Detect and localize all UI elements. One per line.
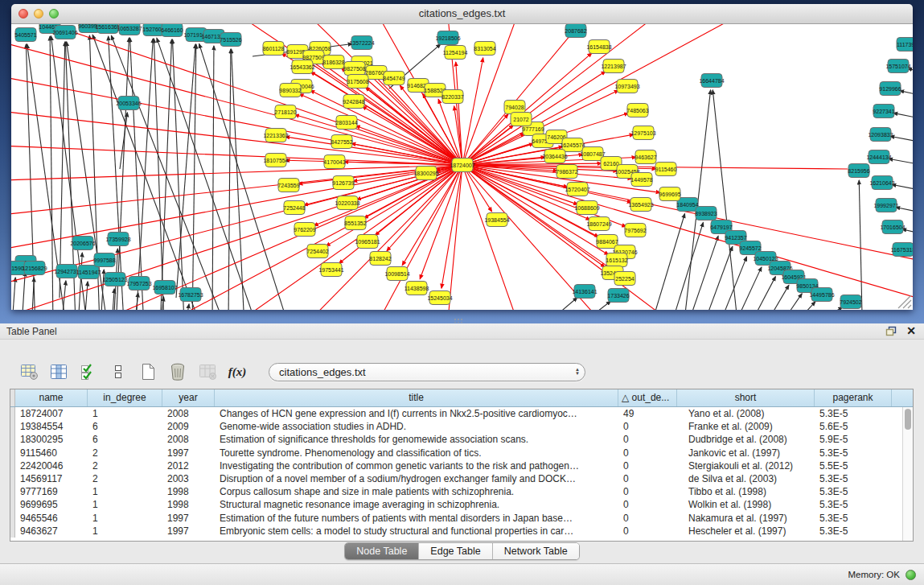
graph-node-label: 1449578 [630,177,652,183]
network-canvas[interactable]: 1872400754055711044674206914069603998156… [11,24,913,310]
column-edit-icon[interactable] [47,360,70,383]
table-cell: Changes of HCN gene expression and I(f) … [215,407,618,420]
graph-edge [299,94,462,165]
column-header-out_de[interactable]: △ out_de... [618,389,677,406]
table-cell: 1 [88,525,162,538]
column-header-in_degree[interactable]: in_degree [88,389,162,406]
memory-ok-indicator-icon[interactable] [906,570,916,580]
resize-grip-icon[interactable] [898,295,911,308]
graph-edge [50,36,53,310]
delete-icon[interactable] [166,360,189,383]
table-cell: Wolkin et al. (1998) [677,498,815,511]
table-row[interactable]: 977716911998Corpus callosum shape and si… [10,485,913,498]
table-row[interactable]: 1872400712008Changes of HCN gene express… [10,407,913,420]
graph-node-label: 7975692 [624,228,646,233]
table-row[interactable]: 969969511998Structural magnetic resonanc… [10,498,913,511]
graph-edge [187,304,189,310]
dropdown-arrows-icon: ▲▼ [575,368,580,376]
graph-node-label: 16543362 [290,64,314,70]
graph-node-label: 16245574 [560,142,585,148]
network-graph[interactable]: 1872400754055711044674206914069603998156… [11,24,913,310]
table-row[interactable]: 946362711997Embryonic stem cells: a mode… [10,525,913,538]
table-select-dropdown[interactable]: citations_edges.txt ▲▼ [269,363,585,381]
table-cell: 0 [618,420,677,433]
new-file-icon[interactable] [137,360,159,383]
graph-node-label: 10973493 [614,84,639,89]
minimize-window-button[interactable] [34,9,43,19]
graph-node-label: 13572224 [349,40,374,46]
graph-node-label: 6466160 [161,27,183,33]
graph-node-label: 8128242 [369,256,391,262]
graph-edge [772,285,789,310]
graph-node-label: 9115460 [655,167,677,172]
table-cell: 5.3E-5 [815,525,892,538]
table-cell: Stergiakouli et al. (2012) [677,459,815,472]
graph-edge [60,42,65,298]
graph-node-label: 17016504 [880,225,905,230]
graph-edge [788,294,802,310]
graph-edge [893,113,913,123]
graph-edge [63,281,66,310]
column-header-short[interactable]: short [677,389,815,406]
table-row[interactable]: 946554611997Estimation of the future num… [10,512,913,525]
graph-node-label: 9245572 [739,245,761,251]
graph-node-label: 10098514 [384,271,409,277]
panel-splitter-handle[interactable] [454,318,463,323]
vertical-scrollbar[interactable] [902,407,913,541]
table-cell: 0 [618,447,677,459]
select-rows-icon[interactable] [77,360,100,383]
graph-edge [462,58,483,165]
scrollbar-thumb[interactable] [905,409,911,430]
table-row[interactable]: 1938455462009Genome-wide association stu… [10,420,913,433]
table-settings-icon[interactable] [18,360,40,383]
column-header-pagerank[interactable]: pagerank [815,389,892,406]
zoom-window-button[interactable] [49,9,59,19]
row-height-icon[interactable] [107,360,129,383]
table-panel-title: Table Panel [6,326,57,337]
graph-edge [462,165,913,306]
graph-node-label: 20364436 [542,154,567,159]
graph-edge [900,91,913,101]
tab-node-table[interactable]: Node Table [345,543,419,559]
graph-edge [85,282,88,310]
table-row[interactable]: 1830029562008Estimation of significance … [10,433,913,446]
graph-node-label: 4170043 [323,159,345,165]
table-cell: 0 [618,485,677,498]
graph-node-label: 15751074 [885,64,910,69]
table-row[interactable]: 1456911722003Disruption of a novel membe… [10,472,913,485]
close-panel-icon[interactable]: ✕ [906,325,916,336]
table-row[interactable]: 2242004622012Investigating the contribut… [10,459,913,472]
graph-node-label: 16210643 [869,180,894,186]
table-cell: 0 [618,498,677,511]
table-cell: 5.3E-5 [815,447,892,459]
application-window: citations_edges.txt 18724007540557110446… [0,0,924,585]
table-cell: 5.3E-5 [815,485,892,498]
graph-node-label: 8220337 [441,94,463,100]
close-window-button[interactable] [18,9,28,19]
tab-edge-table[interactable]: Edge Table [419,543,492,559]
table-cell: 1 [88,485,162,498]
column-header-year[interactable]: year [162,389,215,406]
table-row[interactable]: 911546021997Tourette syndrome. Phenomeno… [10,447,913,459]
table-cell: 5.5E-5 [815,459,892,472]
table-cell: 0 [618,472,677,485]
table-cell: 6 [88,433,162,446]
graph-node-label: 13654923 [628,202,653,208]
column-header-title[interactable]: title [215,389,618,406]
graph-edge [804,302,815,310]
graph-node-label: 794028 [505,105,524,110]
table-cell: 22420046 [15,459,88,472]
network-window-titlebar[interactable]: citations_edges.txt [11,4,913,24]
column-header-name[interactable]: name [15,389,88,406]
table-cell: 2008 [162,407,215,420]
table-cell: 5.3E-5 [815,472,892,485]
table-cell: Dudbridge et al. (2008) [677,433,815,446]
function-builder-icon[interactable]: f(x) [226,360,248,383]
float-window-icon[interactable] [885,326,897,336]
graph-node-label: 10807487 [580,151,605,157]
graph-node-label: 18107554 [263,158,288,163]
graph-edge [896,207,913,217]
table-type-tabs: Node TableEdge TableNetwork Table [344,542,579,560]
graph-node-label: 19218506 [435,35,460,41]
tab-network-table[interactable]: Network Table [493,543,579,559]
